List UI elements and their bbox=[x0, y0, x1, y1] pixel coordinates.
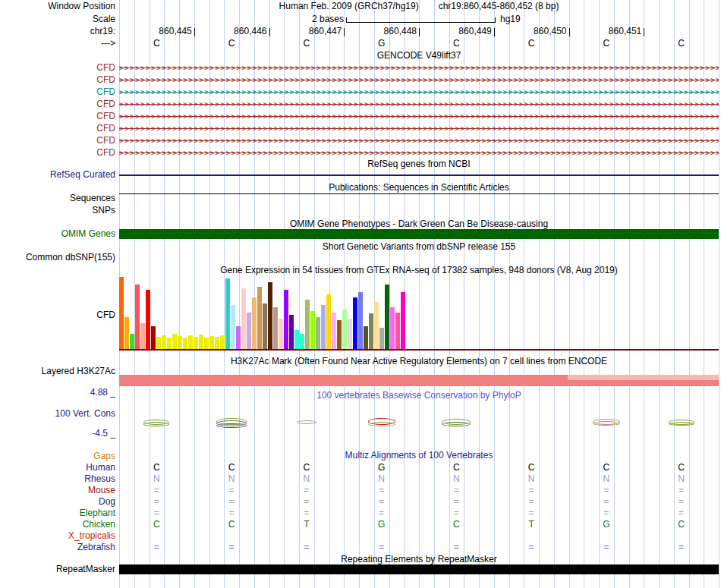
conservation-mark[interactable] bbox=[297, 417, 316, 429]
gtex-tissue-bar[interactable] bbox=[310, 311, 315, 349]
gtex-tissue-bar[interactable] bbox=[119, 277, 124, 349]
multiz-alignment-row[interactable]: CCCGCCCC bbox=[119, 462, 719, 473]
gtex-tissue-bar[interactable] bbox=[178, 336, 182, 349]
gtex-tissue-bar[interactable] bbox=[268, 282, 272, 349]
gtex-tissue-bar[interactable] bbox=[231, 305, 235, 349]
gtex-tissue-bar[interactable] bbox=[348, 319, 352, 349]
multiz-alignment-row[interactable]: ======== bbox=[119, 542, 719, 553]
multiz-species-label[interactable]: Rhesus bbox=[0, 473, 115, 485]
gtex-tissue-bar[interactable] bbox=[140, 323, 145, 349]
gtex-tissue-bar[interactable] bbox=[194, 337, 198, 349]
gtex-track[interactable] bbox=[119, 276, 719, 349]
gencode-transcript[interactable]: >>>>>>>>>>>>>>>>>>>>>>>>>>>>>>>>>>>>>>>>… bbox=[119, 110, 719, 122]
gtex-tissue-bar[interactable] bbox=[188, 335, 193, 349]
gtex-tissue-bar[interactable] bbox=[225, 278, 230, 349]
conservation-mark[interactable] bbox=[216, 417, 247, 429]
gtex-tissue-bar[interactable] bbox=[257, 287, 262, 349]
gtex-tissue-bar[interactable] bbox=[135, 285, 140, 349]
gtex-tissue-bar[interactable] bbox=[252, 297, 257, 349]
gtex-tissue-bar[interactable] bbox=[321, 305, 326, 349]
gtex-tissue-bar[interactable] bbox=[316, 317, 320, 349]
sequences-track[interactable] bbox=[119, 193, 719, 194]
gtex-tissue-bar[interactable] bbox=[289, 315, 294, 349]
omim-genes-label[interactable]: OMIM Genes bbox=[0, 229, 115, 239]
gencode-row-label[interactable]: CFD bbox=[0, 74, 115, 86]
gtex-tissue-bar[interactable] bbox=[385, 285, 389, 349]
gencode-transcript[interactable]: >>>>>>>>>>>>>>>>>>>>>>>>>>>>>>>>>>>>>>>>… bbox=[119, 98, 719, 110]
gencode-transcript[interactable]: >>>>>>>>>>>>>>>>>>>>>>>>>>>>>>>>>>>>>>>>… bbox=[119, 86, 719, 98]
refseq-curated-label[interactable]: RefSeq Curated bbox=[0, 170, 115, 180]
layered-h3k27ac-label[interactable]: Layered H3K27Ac bbox=[0, 366, 115, 376]
multiz-species-label[interactable]: Dog bbox=[0, 496, 115, 508]
multiz-species-label[interactable]: Gaps bbox=[0, 451, 115, 462]
gtex-tissue-bar[interactable] bbox=[390, 307, 395, 349]
h3k27ac-track[interactable] bbox=[119, 375, 719, 386]
gtex-tissue-bar[interactable] bbox=[172, 334, 177, 349]
sequences-label[interactable]: Sequences bbox=[0, 193, 115, 203]
conservation-mark[interactable] bbox=[368, 417, 395, 429]
gtex-tissue-bar[interactable] bbox=[124, 317, 129, 349]
gtex-tissue-bar[interactable] bbox=[294, 330, 299, 349]
gtex-tissue-bar[interactable] bbox=[162, 335, 166, 349]
conservation-mark[interactable] bbox=[442, 417, 471, 429]
gtex-tissue-bar[interactable] bbox=[342, 310, 347, 349]
common-dbsnp-label[interactable]: Common dbSNP(155) bbox=[0, 253, 115, 263]
multiz-species-label[interactable]: Mouse bbox=[0, 485, 115, 496]
gencode-row-label[interactable]: CFD bbox=[0, 110, 115, 122]
gtex-tissue-bar[interactable] bbox=[130, 334, 134, 349]
gtex-tissue-bar[interactable] bbox=[204, 338, 209, 349]
multiz-alignment-row[interactable] bbox=[119, 530, 719, 542]
gtex-tissue-bar[interactable] bbox=[337, 320, 342, 349]
multiz-alignment-row[interactable]: CCTGCTGC bbox=[119, 519, 719, 530]
gtex-tissue-bar[interactable] bbox=[156, 337, 161, 349]
gtex-tissue-bar[interactable] bbox=[199, 335, 203, 349]
gtex-tissue-bar[interactable] bbox=[395, 313, 400, 349]
multiz-species-label[interactable]: Zebrafish bbox=[0, 542, 115, 553]
gtex-tissue-bar[interactable] bbox=[236, 326, 241, 349]
gencode-row-label[interactable]: CFD bbox=[0, 86, 115, 98]
gtex-tissue-bar[interactable] bbox=[209, 336, 214, 349]
gtex-tissue-bar[interactable] bbox=[273, 307, 278, 349]
omim-track[interactable] bbox=[119, 229, 719, 239]
gencode-row-label[interactable]: CFD bbox=[0, 61, 115, 74]
gencode-transcript[interactable]: >>>>>>>>>>>>>>>>>>>>>>>>>>>>>>>>>>>>>>>>… bbox=[119, 146, 719, 159]
gencode-transcript[interactable]: >>>>>>>>>>>>>>>>>>>>>>>>>>>>>>>>>>>>>>>>… bbox=[119, 74, 719, 86]
conservation-mark[interactable] bbox=[593, 417, 620, 429]
gencode-transcript[interactable]: >>>>>>>>>>>>>>>>>>>>>>>>>>>>>>>>>>>>>>>>… bbox=[119, 134, 719, 146]
gtex-tissue-bar[interactable] bbox=[183, 338, 187, 349]
multiz-alignment-row[interactable]: ======== bbox=[119, 508, 719, 519]
gencode-row-label[interactable]: CFD bbox=[0, 98, 115, 110]
current-position[interactable]: chr19:860,445-860,452 (8 bp) bbox=[439, 2, 559, 11]
snps-label[interactable]: SNPs bbox=[0, 206, 115, 215]
gtex-tissue-bar[interactable] bbox=[332, 313, 336, 349]
gtex-tissue-bar[interactable] bbox=[167, 338, 172, 349]
gtex-tissue-bar[interactable] bbox=[379, 328, 384, 349]
multiz-alignment-row[interactable]: ======== bbox=[119, 496, 719, 508]
gtex-tissue-bar[interactable] bbox=[364, 326, 368, 349]
gtex-tissue-bar[interactable] bbox=[326, 294, 331, 349]
multiz-alignment-row[interactable] bbox=[119, 451, 719, 462]
multiz-species-label[interactable]: Human bbox=[0, 462, 115, 473]
gencode-transcript[interactable]: >>>>>>>>>>>>>>>>>>>>>>>>>>>>>>>>>>>>>>>>… bbox=[119, 122, 719, 134]
strand-label[interactable]: ---> bbox=[0, 39, 115, 49]
gtex-tissue-bar[interactable] bbox=[279, 319, 283, 349]
gtex-tissue-bar[interactable] bbox=[263, 303, 267, 349]
refseq-curated-track[interactable] bbox=[119, 175, 719, 176]
gtex-tissue-bar[interactable] bbox=[151, 326, 156, 349]
multiz-species-label[interactable]: Chicken bbox=[0, 519, 115, 530]
gtex-tissue-bar[interactable] bbox=[358, 292, 363, 349]
gencode-transcript[interactable]: >>>>>>>>>>>>>>>>>>>>>>>>>>>>>>>>>>>>>>>>… bbox=[119, 61, 719, 74]
repeatmasker-track[interactable] bbox=[119, 564, 719, 574]
gtex-tissue-bar[interactable] bbox=[300, 334, 304, 349]
conservation-mark[interactable] bbox=[669, 417, 694, 429]
gtex-tissue-bar[interactable] bbox=[401, 292, 405, 349]
multiz-species-label[interactable]: X_tropicalis bbox=[0, 530, 115, 542]
gencode-row-label[interactable]: CFD bbox=[0, 146, 115, 159]
multiz-alignment-row[interactable]: ======== bbox=[119, 485, 719, 496]
gtex-tissue-bar[interactable] bbox=[241, 288, 246, 349]
multiz-species-label[interactable]: Elephant bbox=[0, 508, 115, 519]
gtex-tissue-bar[interactable] bbox=[146, 290, 150, 349]
gtex-tissue-bar[interactable] bbox=[220, 335, 225, 349]
multiz-alignment-row[interactable]: NNNNNNNN bbox=[119, 473, 719, 485]
gtex-tissue-bar[interactable] bbox=[247, 313, 251, 349]
